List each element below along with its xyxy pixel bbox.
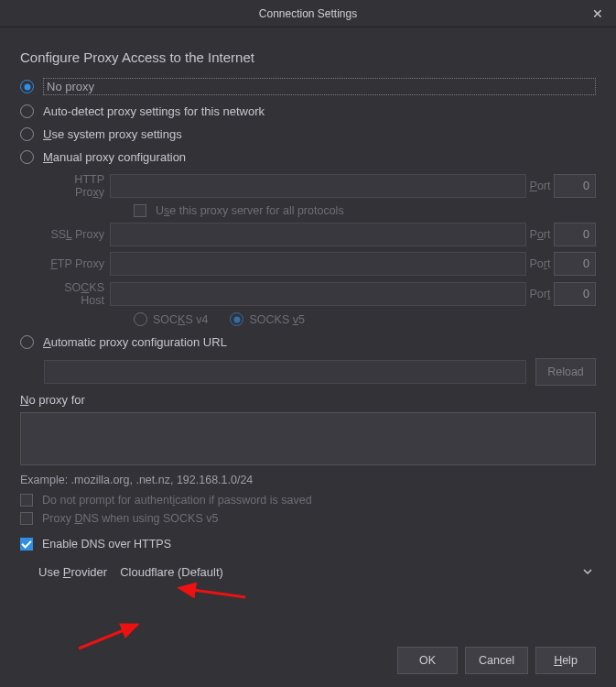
enable-doh-checkbox[interactable] — [20, 538, 33, 551]
no-auth-prompt-label: Do not prompt for authentication if pass… — [42, 494, 312, 507]
no-auth-prompt-checkbox[interactable] — [20, 494, 33, 507]
content: Configure Proxy Access to the Internet N… — [0, 27, 616, 598]
cancel-button[interactable]: Cancel — [465, 647, 528, 674]
radio-auto-detect[interactable] — [20, 104, 34, 118]
radio-use-system[interactable] — [20, 127, 34, 141]
close-button[interactable]: ✕ — [579, 0, 616, 27]
radio-manual-row[interactable]: Manual proxy configuration — [20, 150, 596, 164]
no-proxy-for-input[interactable] — [20, 412, 596, 465]
chevron-down-icon — [583, 567, 592, 576]
radio-use-system-row[interactable]: Use system proxy settings — [20, 127, 596, 141]
ftp-port-input[interactable] — [554, 252, 596, 276]
radio-auto-url-row[interactable]: Automatic proxy configuration URL — [20, 335, 596, 349]
provider-label: Use Provider — [38, 565, 107, 579]
proxy-dns-checkbox[interactable] — [20, 512, 33, 525]
radio-socks4[interactable] — [134, 312, 147, 326]
ok-button[interactable]: OK — [397, 647, 458, 674]
no-proxy-for-label: No proxy for — [20, 393, 596, 407]
reload-button[interactable]: Reload — [535, 358, 596, 386]
radio-no-proxy[interactable] — [20, 80, 34, 93]
radio-manual[interactable] — [20, 150, 34, 164]
titlebar: Connection Settings ✕ — [0, 0, 616, 27]
page-heading: Configure Proxy Access to the Internet — [20, 49, 596, 65]
enable-doh-label: Enable DNS over HTTPS — [42, 538, 171, 551]
radio-manual-label: Manual proxy configuration — [43, 150, 186, 164]
provider-value: Cloudflare (Default) — [120, 565, 223, 579]
http-port-input[interactable] — [554, 174, 596, 198]
http-port-label: Port — [526, 180, 554, 192]
radio-auto-detect-label: Auto-detect proxy settings for this netw… — [43, 104, 265, 118]
radio-socks5[interactable] — [230, 312, 243, 326]
footer-buttons: OK Cancel Help — [397, 647, 596, 674]
ssl-proxy-label: SSL Proxy — [44, 228, 110, 241]
radio-auto-url[interactable] — [20, 335, 34, 349]
ftp-port-label: Port — [526, 257, 554, 270]
ftp-proxy-label: FTP Proxy — [44, 257, 110, 270]
use-all-protocols-label: Use this proxy server for all protocols — [156, 204, 344, 217]
socks-port-input[interactable] — [554, 282, 596, 306]
ssl-proxy-input[interactable] — [110, 223, 526, 246]
radio-no-proxy-row[interactable]: No proxy — [20, 78, 596, 95]
proxy-dns-label: Proxy DNS when using SOCKS v5 — [42, 512, 218, 525]
no-proxy-example: Example: .mozilla.org, .net.nz, 192.168.… — [20, 474, 596, 486]
ftp-proxy-input[interactable] — [110, 252, 526, 276]
provider-select[interactable]: Cloudflare (Default) — [120, 560, 596, 583]
radio-auto-detect-row[interactable]: Auto-detect proxy settings for this netw… — [20, 104, 596, 118]
http-proxy-label: HTTP Proxy — [44, 173, 110, 199]
ssl-port-input[interactable] — [554, 223, 596, 246]
radio-use-system-label: Use system proxy settings — [43, 127, 182, 141]
radio-auto-url-label: Automatic proxy configuration URL — [43, 335, 227, 349]
radio-no-proxy-label: No proxy — [43, 78, 596, 95]
window-title: Connection Settings — [259, 7, 357, 20]
http-proxy-input[interactable] — [110, 174, 526, 198]
svg-line-1 — [79, 625, 137, 649]
radio-socks5-label: SOCKS v5 — [249, 313, 304, 326]
annotation-arrow-2 — [75, 621, 143, 652]
use-all-protocols-checkbox[interactable] — [134, 204, 146, 217]
manual-proxy-section: HTTP Proxy Port Use this proxy server fo… — [44, 173, 596, 326]
close-icon: ✕ — [592, 6, 603, 21]
ssl-port-label: Port — [526, 228, 554, 241]
socks-host-label: SOCKS Host — [44, 281, 110, 307]
auto-url-input[interactable] — [44, 360, 526, 384]
help-button[interactable]: Help — [535, 647, 596, 674]
socks-host-input[interactable] — [110, 282, 526, 306]
radio-socks4-label: SOCKS v4 — [153, 313, 208, 326]
socks-port-label: Port — [526, 288, 554, 300]
